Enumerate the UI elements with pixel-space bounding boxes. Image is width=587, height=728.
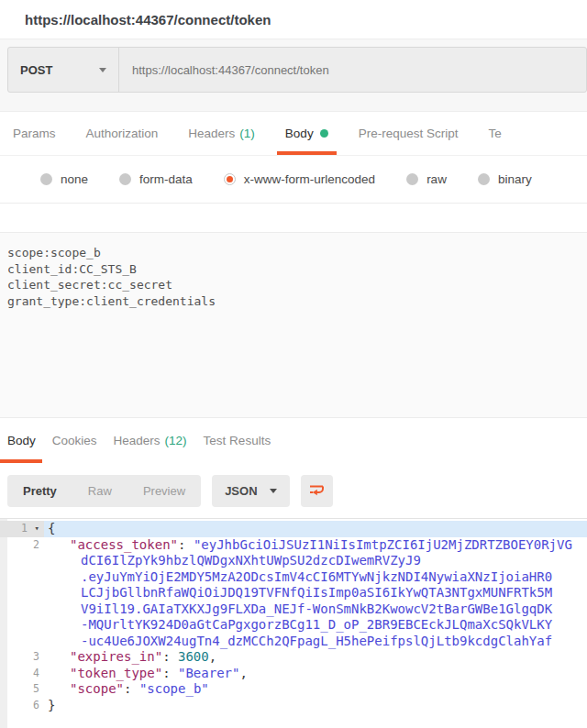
- request-tab-pre-request-script[interactable]: Pre-request Script: [359, 112, 459, 155]
- code-line: 4"token_type": "Bearer",: [0, 666, 587, 682]
- mode-label: none: [61, 172, 88, 186]
- request-tab-params[interactable]: Params: [13, 112, 56, 155]
- spacer: [0, 204, 587, 232]
- mode-label: form-data: [139, 172, 193, 186]
- view-mode-raw[interactable]: Raw: [72, 475, 127, 507]
- mode-label: x-www-form-urlencoded: [244, 172, 375, 186]
- code-line-wrap: V9iIl19.GAIaTXKXJg9FLXDa_NEJf-WonSmNkB2K…: [0, 601, 587, 618]
- response-tab-cookies[interactable]: Cookies: [52, 418, 97, 463]
- request-body-line: grant_type:client_credentials: [7, 293, 580, 310]
- response-tabs: BodyCookiesHeaders(12)Test Results: [0, 418, 587, 463]
- wrap-text-button[interactable]: [301, 475, 333, 507]
- request-tab-body[interactable]: Body: [285, 112, 328, 155]
- request-body-editor[interactable]: scope:scope_bclient_id:CC_STS_Bclient_se…: [0, 232, 587, 418]
- radio-icon[interactable]: [478, 173, 490, 185]
- tab-label: Cookies: [52, 434, 97, 447]
- response-toolbar: PrettyRawPreview JSON: [0, 463, 587, 518]
- view-mode-group: PrettyRawPreview: [7, 475, 201, 507]
- line-number: 5: [33, 681, 39, 698]
- method-select[interactable]: POST: [8, 48, 119, 92]
- radio-icon[interactable]: [224, 173, 236, 185]
- line-gutter: [0, 617, 44, 634]
- radio-icon[interactable]: [119, 173, 131, 185]
- mode-label: binary: [498, 172, 532, 186]
- code-line-wrap: LCJjbGllbnRfaWQiOiJDQ19TVFNfQiIsImp0aSI6…: [0, 585, 587, 601]
- line-number: 3: [33, 649, 39, 666]
- code-line-wrap: -uc4Ue6JOXW24ugTn4_dzMCCh2QFpagL_H5hePei…: [0, 634, 587, 650]
- tab-label: Body: [285, 127, 314, 140]
- code-line-wrap: .eyJuYmYiOjE2MDY5MzA2ODcsImV4cCI6MTYwNjk…: [0, 569, 587, 586]
- request-tabs: ParamsAuthorizationHeaders(1)BodyPre-req…: [0, 112, 587, 156]
- code-text: -MQUrltYK924D0aGtCaPgxgorzBCg11_D_oP_2BR…: [44, 617, 587, 634]
- line-number: 4: [33, 666, 39, 682]
- code-text: {: [44, 521, 587, 537]
- radio-icon[interactable]: [40, 173, 52, 185]
- body-mode-row: noneform-datax-www-form-urlencodedrawbin…: [0, 156, 587, 204]
- postman-window: https://localhost:44367/connect/token PO…: [0, 0, 587, 728]
- line-gutter: [0, 585, 44, 601]
- line-gutter: [0, 634, 44, 650]
- tab-count: (12): [165, 434, 187, 447]
- code-rows: 1▾{2"access_token": "eyJhbGciOiJSUzI1NiI…: [0, 521, 587, 713]
- code-text: LCJjbGllbnRfaWQiOiJDQ19TVFNfQiIsImp0aSI6…: [44, 585, 587, 601]
- tab-label: Test Results: [204, 434, 271, 447]
- code-text: -uc4Ue6JOXW24ugTn4_dzMCCh2QFpagL_H5hePei…: [44, 634, 587, 650]
- language-label: JSON: [225, 484, 257, 498]
- request-tab-authorization[interactable]: Authorization: [86, 112, 159, 155]
- response-body-viewer: 1▾{2"access_token": "eyJhbGciOiJSUzI1NiI…: [0, 518, 587, 728]
- tab-count: (1): [239, 127, 255, 140]
- url-control: POST https://localhost:44367/connect/tok…: [7, 47, 587, 93]
- request-title: https://localhost:44367/connect/token: [25, 12, 271, 28]
- tab-label: Te: [488, 127, 501, 140]
- line-gutter: [0, 601, 44, 618]
- line-gutter: 2: [0, 537, 44, 554]
- request-tab-te[interactable]: Te: [488, 112, 501, 155]
- request-body-line: scope:scope_b: [7, 245, 580, 261]
- url-value: https://localhost:44367/connect/token: [132, 63, 329, 77]
- line-gutter: [0, 553, 44, 569]
- request-body-line: client_secret:cc_secret: [7, 277, 580, 293]
- body-mode-raw[interactable]: raw: [406, 172, 447, 186]
- code-text: V9iIl19.GAIaTXKXJg9FLXDa_NEJf-WonSmNkB2K…: [44, 601, 587, 618]
- request-title-bar: https://localhost:44367/connect/token: [0, 0, 587, 39]
- line-gutter: 6: [0, 698, 44, 714]
- view-mode-preview[interactable]: Preview: [127, 475, 201, 507]
- request-url-bar: POST https://localhost:44367/connect/tok…: [0, 39, 587, 112]
- body-mode-x-www-form-urlencoded[interactable]: x-www-form-urlencoded: [224, 172, 375, 186]
- line-number: 2: [33, 537, 39, 554]
- code-text: "access_token": "eyJhbGciOiJSUzI1NiIsImt…: [44, 537, 587, 554]
- line-gutter: [0, 569, 44, 586]
- body-mode-binary[interactable]: binary: [478, 172, 532, 186]
- language-select[interactable]: JSON: [212, 475, 289, 507]
- mode-label: raw: [426, 172, 447, 186]
- body-mode-none[interactable]: none: [40, 172, 88, 186]
- line-number: 6: [33, 698, 39, 714]
- request-tab-headers[interactable]: Headers(1): [188, 112, 255, 155]
- code-text: .eyJuYmYiOjE2MDY5MzA2ODcsImV4cCI6MTYwNjk…: [44, 569, 587, 586]
- response-tab-test-results[interactable]: Test Results: [204, 418, 271, 463]
- radio-icon[interactable]: [406, 173, 418, 185]
- view-mode-pretty[interactable]: Pretty: [7, 475, 72, 507]
- fold-caret-icon[interactable]: ▾: [28, 521, 39, 537]
- method-label: POST: [20, 63, 52, 77]
- response-tab-headers[interactable]: Headers(12): [114, 418, 187, 463]
- code-line-wrap: dCI6IlZpYk9hbzlQWDgxNXhtUWpSU2dzcDIwemRV…: [0, 553, 587, 569]
- line-gutter: 4: [0, 666, 44, 682]
- chevron-down-icon: [99, 68, 106, 72]
- code-text: "expires_in": 3600,: [44, 649, 587, 666]
- code-line: 2"access_token": "eyJhbGciOiJSUzI1NiIsIm…: [0, 537, 587, 554]
- code-line: 1▾{: [0, 521, 587, 537]
- line-number: 1: [21, 521, 28, 537]
- response-tab-body[interactable]: Body: [7, 418, 36, 463]
- code-line: 5"scope": "scope_b": [0, 681, 587, 698]
- code-text: dCI6IlZpYk9hbzlQWDgxNXhtUWpSU2dzcDIwemRV…: [44, 553, 587, 569]
- unsaved-dot-icon: [320, 129, 328, 138]
- code-line-wrap: -MQUrltYK924D0aGtCaPgxgorzBCg11_D_oP_2BR…: [0, 617, 587, 634]
- code-line: 3"expires_in": 3600,: [0, 649, 587, 666]
- tab-label: Body: [7, 434, 36, 447]
- body-mode-form-data[interactable]: form-data: [119, 172, 193, 186]
- code-text: "token_type": "Bearer",: [44, 666, 587, 682]
- url-input[interactable]: https://localhost:44367/connect/token: [119, 48, 586, 92]
- chevron-down-icon: [270, 489, 277, 493]
- code-text: "scope": "scope_b": [44, 681, 587, 698]
